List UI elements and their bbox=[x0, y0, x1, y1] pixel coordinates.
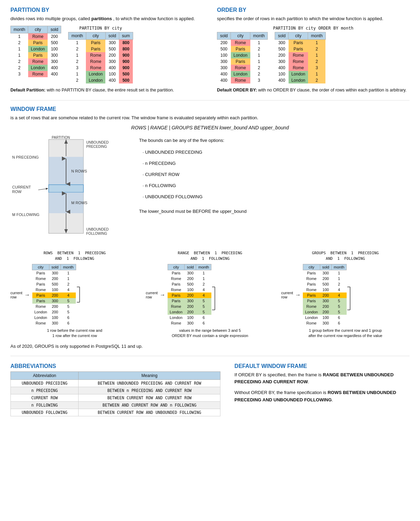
abbrev-row: UNBOUNDED FOLLOWING BETWEEN CURRENT ROW … bbox=[11, 409, 220, 416]
bound-item: · UNBOUNDED PRECEDING bbox=[143, 148, 410, 157]
groups-example-title: GROUPS BETWEEN 1 PRECEDINGAND 1 FOLLOWIN… bbox=[281, 250, 410, 262]
partition-by-section: PARTITION BY divides rows into multiple … bbox=[10, 7, 203, 93]
table-row: London2005 bbox=[168, 309, 211, 315]
default-wf-para1: If ORDER BY is specified, then the frame… bbox=[234, 371, 410, 386]
table-row: Rome3006 bbox=[168, 320, 211, 326]
table-row: 3Rome400900 bbox=[68, 65, 133, 71]
table-row: Paris3005 bbox=[303, 298, 346, 304]
groups-frame-table: citysoldmonth Paris3001 Rome2001 Paris50… bbox=[303, 264, 347, 326]
table-row: 1Rome200900 bbox=[68, 52, 133, 58]
default-wf-title: DEFAULT WINDOW FRAME bbox=[234, 363, 410, 369]
arrow-range: → bbox=[160, 292, 165, 298]
abbrev-row: UNBOUNDED PRECEDING BETWEEN UNBOUNDED PR… bbox=[11, 379, 220, 387]
table-row: Paris5002 bbox=[303, 281, 346, 287]
order-by-desc: specifies the order of rows in each part… bbox=[217, 15, 410, 22]
range-example: RANGE BETWEEN 1 PRECEDINGAND 1 FOLLOWING… bbox=[146, 250, 274, 339]
table-row: Rome2001 bbox=[303, 276, 346, 281]
table-row: 400London2 bbox=[217, 71, 268, 77]
table-row: 300Paris1 bbox=[275, 39, 325, 46]
range-frame-table: citysoldmonth Paris3001 Rome2001 Paris50… bbox=[168, 264, 211, 326]
svg-line-16 bbox=[38, 189, 48, 190]
partition-by-desc: divides rows into multiple groups, calle… bbox=[10, 15, 203, 22]
table-row: Paris5002 bbox=[168, 281, 211, 287]
table-row: 2Rome300 bbox=[11, 58, 61, 65]
partition-default-bold: Default Partition: bbox=[10, 88, 46, 93]
table-row: London1006 bbox=[168, 315, 211, 320]
table-row: 300Paris1 bbox=[217, 58, 268, 65]
order-output-table: sold city month 300Paris1 500Paris2 200R… bbox=[275, 32, 325, 83]
arrow-rows: → bbox=[24, 292, 30, 298]
table-row: 2Paris500800 bbox=[68, 46, 133, 52]
bottom-section: ABBREVIATIONS Abbreviation Meaning UNBOU… bbox=[10, 363, 410, 416]
rows-frame-table: citysoldmonth Paris3001 Rome2001 Paris50… bbox=[32, 264, 76, 326]
table-row: Paris3001 bbox=[303, 270, 346, 276]
partition-output-table: month city sold sum 1Paris300800 2Paris5… bbox=[68, 32, 133, 83]
rows-bracket-svg bbox=[76, 264, 82, 326]
partition-by-desc2: , to which the window function is applie… bbox=[113, 16, 195, 21]
table-row: 100London1 bbox=[275, 71, 325, 77]
abbrev-row: CURRENT ROW BETWEEN CURRENT ROW AND CURR… bbox=[11, 394, 220, 401]
partition-default-text: with no PARTITION BY clause, the entire … bbox=[46, 88, 174, 93]
rows-caption: 1 row before the current row and1 row af… bbox=[10, 328, 139, 339]
current-row-label-rows: currentrow bbox=[10, 291, 22, 299]
range-table-wrapper: currentrow → citysoldmonth Paris3001 Rom… bbox=[146, 264, 274, 326]
rows-example-title: ROWS BETWEEN 1 PRECEDINGAND 1 FOLLOWING bbox=[10, 250, 139, 262]
partition-table-label: PARTITION BY city bbox=[68, 26, 133, 31]
table-row: 2Paris500 bbox=[11, 40, 61, 46]
table-row: 2Rome300900 bbox=[68, 58, 133, 65]
range-bracket-svg bbox=[211, 264, 217, 326]
table-row: 500Paris2 bbox=[275, 46, 325, 52]
rows-table-container: citysoldmonth Paris3001 Rome2001 Paris50… bbox=[32, 264, 76, 326]
bound-item: · UNBOUNDED FOLLOWING bbox=[143, 192, 410, 201]
table-row: London2005 bbox=[32, 309, 76, 315]
arrow-groups: → bbox=[295, 292, 301, 298]
order-input-table: sold city month 200Rome1 500Paris2 100Lo… bbox=[217, 32, 268, 83]
table-row: Paris3001 bbox=[168, 270, 211, 276]
current-row-label-groups: currentrow bbox=[281, 291, 293, 299]
table-row: 1Paris300800 bbox=[68, 39, 133, 46]
table-row: Rome3006 bbox=[32, 320, 76, 326]
table-row: Rome2001 bbox=[168, 276, 211, 281]
svg-text:N PRECEDING: N PRECEDING bbox=[12, 155, 39, 159]
svg-text:PARTITION: PARTITION bbox=[52, 136, 70, 139]
table-row: Rome3006 bbox=[303, 320, 346, 326]
bound-item: · n PRECEDING bbox=[143, 159, 410, 168]
range-caption: values in the range between 3 and 5ORDER… bbox=[146, 328, 274, 339]
divider-1 bbox=[10, 100, 410, 101]
window-frame-title: WINDOW FRAME bbox=[10, 106, 410, 112]
partition-default-note: Default Partition: with no PARTITION BY … bbox=[10, 87, 203, 94]
partition-input-table: month city sold 1Rome200 2Paris500 1Lond… bbox=[10, 26, 61, 77]
window-frame-section: WINDOW FRAME is a set of rows that are s… bbox=[10, 106, 410, 348]
range-table-container: citysoldmonth Paris3001 Rome2001 Paris50… bbox=[168, 264, 211, 326]
svg-text:CURRENT: CURRENT bbox=[12, 185, 31, 189]
frame-examples-container: ROWS BETWEEN 1 PRECEDINGAND 1 FOLLOWING … bbox=[10, 250, 410, 339]
top-section: PARTITION BY divides rows into multiple … bbox=[10, 7, 410, 93]
abbreviations-section: ABBREVIATIONS Abbreviation Meaning UNBOU… bbox=[10, 363, 220, 416]
groups-caption: 1 group before the current row and 1 gro… bbox=[281, 328, 410, 339]
bound-item: · CURRENT ROW bbox=[143, 170, 410, 179]
table-row: Paris3005 bbox=[32, 298, 76, 304]
order-by-title: ORDER BY bbox=[217, 7, 410, 13]
abbreviations-table: Abbreviation Meaning UNBOUNDED PRECEDING… bbox=[10, 371, 220, 416]
abbreviations-title: ABBREVIATIONS bbox=[10, 363, 220, 369]
table-row: 300Rome2 bbox=[217, 65, 268, 71]
groups-bracket-svg bbox=[347, 264, 352, 326]
groups-table-wrapper: currentrow → citysoldmonth Paris3001 Rom… bbox=[281, 264, 410, 326]
rows-example: ROWS BETWEEN 1 PRECEDINGAND 1 FOLLOWING … bbox=[10, 250, 139, 339]
groups-example: GROUPS BETWEEN 1 PRECEDINGAND 1 FOLLOWIN… bbox=[281, 250, 410, 339]
table-row: Paris3005 bbox=[168, 298, 211, 304]
table-row: 400London2 bbox=[275, 77, 325, 83]
order-tables-container: PARTITION BY city ORDER BY month sold ci… bbox=[217, 26, 410, 83]
order-default-note: Default ORDER BY: with no ORDER BY claus… bbox=[217, 87, 410, 94]
table-row: 1London100500 bbox=[68, 71, 133, 77]
svg-text:N ROWS: N ROWS bbox=[71, 169, 87, 173]
table-row: 3Rome400 bbox=[11, 71, 61, 77]
order-default-bold: Default ORDER BY: bbox=[217, 88, 257, 93]
table-row: 2London400 bbox=[11, 65, 61, 71]
svg-rect-2 bbox=[49, 185, 83, 192]
divider-2 bbox=[10, 356, 410, 356]
diagram-svg: N ROWS M ROWS N PRECEDING CURRENT ROW M … bbox=[10, 136, 129, 244]
table-row: Paris5002 bbox=[32, 281, 76, 287]
window-frame-diagram: N ROWS M ROWS N PRECEDING CURRENT ROW M … bbox=[10, 136, 129, 245]
table-row: London2005 bbox=[303, 309, 346, 315]
